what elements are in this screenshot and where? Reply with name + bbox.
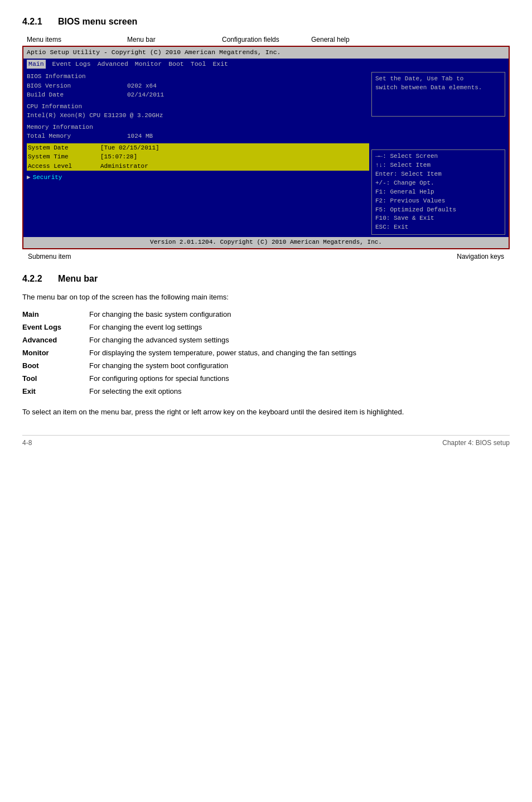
total-mem-row: Total Memory 1024 MB xyxy=(27,132,369,141)
system-time-label: System Time xyxy=(27,152,99,162)
diagram-top-labels: Menu items Menu bar Configuration fields… xyxy=(22,36,510,44)
nav-line-3: Enter: Select Item xyxy=(375,170,501,179)
label-navigation-keys: Navigation keys xyxy=(457,253,504,260)
help-line-1: Set the Date, Use Tab to xyxy=(375,75,501,84)
nav-line-7: F5: Optimized Defaults xyxy=(375,206,501,215)
bios-menu-main[interactable]: Main xyxy=(27,60,46,69)
cpu-info-label: CPU Information xyxy=(27,102,369,112)
menu-table-row: Exit For selecting the exit options xyxy=(22,385,510,398)
system-date-row: System Date [Tue 02/15/2011] xyxy=(27,143,369,153)
menu-item-desc: For changing the basic system configurat… xyxy=(89,308,510,321)
build-date-row: Build Date 02/14/2011 xyxy=(27,90,369,100)
menu-table-row: Main For changing the basic system confi… xyxy=(22,308,510,321)
access-level-row: Access Level Administrator xyxy=(27,162,369,171)
section-422-closing: To select an item on the menu bar, press… xyxy=(22,407,510,418)
section-421-heading: 4.2.1 BIOS menu screen xyxy=(22,17,510,27)
menu-item-name: Exit xyxy=(22,385,89,398)
label-menu-bar: Menu bar xyxy=(127,36,222,44)
cpu-info-section: CPU Information Intel(R) Xeon(R) CPU E31… xyxy=(27,102,369,120)
memory-info-section: Memory Information Total Memory 1024 MB xyxy=(27,123,369,141)
access-level-value: Administrator xyxy=(99,162,149,171)
total-mem-label: Total Memory xyxy=(27,132,127,141)
nav-line-6: F2: Previous Values xyxy=(375,197,501,206)
bios-version-value: 0202 x64 xyxy=(127,81,157,91)
menu-table-row: Monitor For displaying the system temper… xyxy=(22,346,510,359)
menu-item-name: Event Logs xyxy=(22,321,89,334)
nav-line-1: →←: Select Screen xyxy=(375,152,501,161)
system-date-value: [Tue 02/15/2011] xyxy=(99,143,161,153)
cpu-info-value: Intel(R) Xeon(R) CPU E31230 @ 3.20GHz xyxy=(27,111,369,120)
bios-info-section: BIOS Information BIOS Version 0202 x64 B… xyxy=(27,72,369,100)
bios-menu-bar: Main Event Logs Advanced Monitor Boot To… xyxy=(23,59,509,70)
menu-table-row: Boot For changing the system boot config… xyxy=(22,359,510,372)
bios-menu-monitor[interactable]: Monitor xyxy=(135,60,162,69)
chapter-label: Chapter 4: BIOS setup xyxy=(442,439,510,447)
security-label: Security xyxy=(33,173,62,182)
bios-menu-eventlogs[interactable]: Event Logs xyxy=(52,60,91,69)
total-mem-value: 1024 MB xyxy=(127,132,153,141)
nav-line-5: F1: General Help xyxy=(375,188,501,197)
section-422-heading: 4.2.2 Menu bar xyxy=(22,274,510,284)
menu-item-desc: For changing the system boot configurati… xyxy=(89,359,510,372)
nav-line-9: ESC: Exit xyxy=(375,223,501,232)
menu-item-name: Monitor xyxy=(22,346,89,359)
bios-title-bar: Aptio Setup Utility - Copyright (C) 2010… xyxy=(23,47,509,59)
menu-table-row: Tool For configuring options for special… xyxy=(22,372,510,385)
section-422-intro: The menu bar on top of the screen has th… xyxy=(22,293,510,301)
page-number: 4-8 xyxy=(22,439,32,447)
diagram-bottom-labels: Submenu item Navigation keys xyxy=(22,253,510,260)
label-menu-items: Menu items xyxy=(27,36,127,44)
bios-version-row: BIOS Version 0202 x64 xyxy=(27,81,369,91)
help-line-2: switch between Data elements. xyxy=(375,84,501,93)
build-date-label: Build Date xyxy=(27,90,127,100)
menu-item-desc: For changing the advanced system setting… xyxy=(89,334,510,346)
menu-bar-table: Main For changing the basic system confi… xyxy=(22,308,510,398)
bios-screen: Aptio Setup Utility - Copyright (C) 2010… xyxy=(22,46,510,249)
bios-menu-boot[interactable]: Boot xyxy=(168,60,184,69)
system-time-value: [15:07:28] xyxy=(99,152,138,162)
build-date-value: 02/14/2011 xyxy=(127,90,164,100)
section-422: 4.2.2 Menu bar The menu bar on top of th… xyxy=(22,274,510,418)
nav-line-2: ↑↓: Select Item xyxy=(375,161,501,170)
menu-table-row: Event Logs For changing the event log se… xyxy=(22,321,510,334)
menu-item-desc: For selecting the exit options xyxy=(89,385,510,398)
bios-info-label: BIOS Information xyxy=(27,72,369,81)
bios-title-text: Aptio Setup Utility - Copyright (C) 2010… xyxy=(27,48,280,57)
bios-left-panel: BIOS Information BIOS Version 0202 x64 B… xyxy=(27,72,369,235)
label-submenu-item: Submenu item xyxy=(28,253,71,260)
nav-line-4: +/-: Change Opt. xyxy=(375,179,501,188)
security-submenu-item[interactable]: ▶ Security xyxy=(27,173,369,182)
menu-item-name: Tool xyxy=(22,372,89,385)
label-general-help: General help xyxy=(311,36,378,44)
bios-screen-wrapper: Aptio Setup Utility - Copyright (C) 2010… xyxy=(22,46,510,249)
bios-menu-advanced[interactable]: Advanced xyxy=(98,60,128,69)
page-footer: 4-8 Chapter 4: BIOS setup xyxy=(22,435,510,447)
bios-help-box: Set the Date, Use Tab to switch between … xyxy=(371,72,505,117)
bios-menu-tool[interactable]: Tool xyxy=(191,60,206,69)
menu-item-desc: For changing the event log settings xyxy=(89,321,510,334)
menu-item-name: Main xyxy=(22,308,89,321)
bios-menu-exit[interactable]: Exit xyxy=(212,60,228,69)
menu-item-name: Boot xyxy=(22,359,89,372)
system-date-label: System Date xyxy=(27,143,99,153)
nav-line-8: F10: Save & Exit xyxy=(375,214,501,223)
menu-item-name: Advanced xyxy=(22,334,89,346)
bios-right-panel: Set the Date, Use Tab to switch between … xyxy=(371,72,505,235)
menu-item-desc: For configuring options for special func… xyxy=(89,372,510,385)
system-time-row: System Time [15:07:28] xyxy=(27,152,369,162)
bios-nav-box: →←: Select Screen ↑↓: Select Item Enter:… xyxy=(371,149,505,235)
mem-info-label: Memory Information xyxy=(27,123,369,132)
access-level-label: Access Level xyxy=(27,162,99,171)
label-config-fields: Configuration fields xyxy=(222,36,311,44)
submenu-arrow-icon: ▶ xyxy=(27,173,31,182)
menu-table-row: Advanced For changing the advanced syste… xyxy=(22,334,510,346)
bios-content-area: BIOS Information BIOS Version 0202 x64 B… xyxy=(23,70,509,237)
bios-version-label: BIOS Version xyxy=(27,81,127,91)
bios-bottom-bar: Version 2.01.1204. Copyright (C) 2010 Am… xyxy=(23,237,509,248)
menu-item-desc: For displaying the system temperature, p… xyxy=(89,346,510,359)
